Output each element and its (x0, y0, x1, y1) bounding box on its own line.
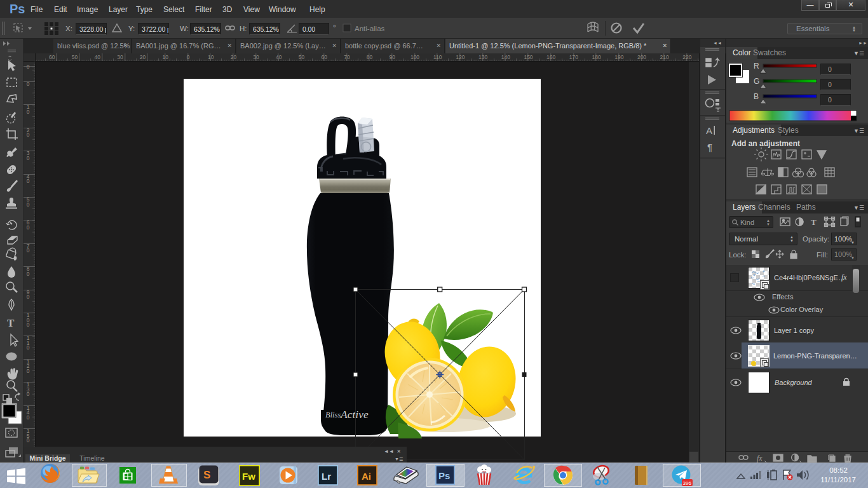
svg-text:S: S (203, 469, 210, 481)
svg-text:08:52: 08:52 (829, 466, 848, 474)
svg-text:T: T (811, 217, 817, 227)
svg-text:A: A (706, 125, 712, 136)
svg-text:G: G (754, 77, 759, 86)
svg-text:Fw: Fw (242, 471, 255, 482)
svg-text:Bliss: Bliss (325, 410, 341, 419)
svg-text:T: T (7, 317, 15, 329)
svg-text:¶: ¶ (707, 142, 712, 152)
svg-text:fx: fx (757, 454, 763, 463)
svg-text:Ps: Ps (438, 470, 450, 481)
svg-text:11/11/2017: 11/11/2017 (820, 476, 856, 484)
svg-text:Active: Active (340, 408, 369, 421)
svg-text:Lr: Lr (322, 471, 331, 482)
svg-text:R: R (754, 62, 759, 71)
svg-text:396: 396 (683, 480, 692, 486)
svg-text:Ai: Ai (362, 471, 371, 482)
svg-text:B: B (754, 92, 759, 101)
